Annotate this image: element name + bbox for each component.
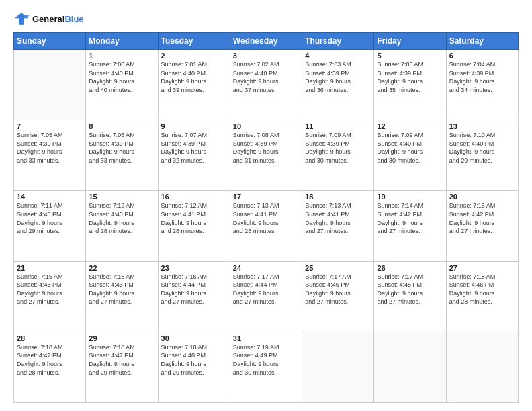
day-number: 4 [305, 52, 371, 60]
day-info: Sunrise: 7:12 AM Sunset: 4:41 PM Dayligh… [161, 201, 227, 235]
day-info: Sunrise: 7:15 AM Sunset: 4:43 PM Dayligh… [17, 273, 83, 306]
calendar-day-header: Wednesday [230, 33, 302, 50]
logo-text: GeneralBlue [32, 14, 84, 24]
day-number: 7 [17, 122, 83, 130]
calendar-day-cell: 16Sunrise: 7:12 AM Sunset: 4:41 PM Dayli… [158, 191, 230, 261]
calendar-week-row: 14Sunrise: 7:11 AM Sunset: 4:40 PM Dayli… [14, 191, 519, 261]
day-number: 3 [233, 52, 299, 60]
calendar-day-cell: 31Sunrise: 7:19 AM Sunset: 4:49 PM Dayli… [230, 332, 302, 402]
calendar-day-cell: 24Sunrise: 7:17 AM Sunset: 4:44 PM Dayli… [230, 261, 302, 332]
calendar-table: SundayMondayTuesdayWednesdayThursdayFrid… [13, 32, 519, 403]
day-number: 15 [89, 193, 154, 201]
day-info: Sunrise: 7:19 AM Sunset: 4:49 PM Dayligh… [233, 343, 299, 377]
calendar-day-cell: 11Sunrise: 7:09 AM Sunset: 4:39 PM Dayli… [302, 120, 374, 191]
day-number: 24 [233, 264, 299, 272]
calendar-day-cell: 27Sunrise: 7:18 AM Sunset: 4:46 PM Dayli… [446, 261, 518, 332]
day-number: 22 [89, 264, 154, 272]
day-info: Sunrise: 7:16 AM Sunset: 4:44 PM Dayligh… [161, 273, 227, 306]
calendar-day-cell: 15Sunrise: 7:12 AM Sunset: 4:40 PM Dayli… [86, 191, 158, 261]
day-info: Sunrise: 7:17 AM Sunset: 4:45 PM Dayligh… [305, 273, 371, 306]
day-number: 29 [89, 334, 154, 342]
day-number: 1 [89, 52, 154, 60]
day-info: Sunrise: 7:16 AM Sunset: 4:43 PM Dayligh… [89, 273, 154, 306]
calendar-day-cell: 8Sunrise: 7:06 AM Sunset: 4:39 PM Daylig… [86, 120, 158, 191]
calendar-day-cell [374, 332, 446, 402]
day-info: Sunrise: 7:07 AM Sunset: 4:39 PM Dayligh… [161, 131, 227, 165]
header: GeneralBlue [13, 11, 519, 27]
day-info: Sunrise: 7:18 AM Sunset: 4:47 PM Dayligh… [89, 343, 154, 377]
day-info: Sunrise: 7:15 AM Sunset: 4:42 PM Dayligh… [449, 201, 515, 235]
calendar-week-row: 1Sunrise: 7:00 AM Sunset: 4:40 PM Daylig… [14, 50, 519, 120]
day-number: 10 [233, 122, 299, 130]
day-info: Sunrise: 7:00 AM Sunset: 4:40 PM Dayligh… [89, 60, 154, 94]
svg-marker-0 [15, 13, 29, 25]
day-number: 11 [305, 122, 371, 130]
calendar-day-header: Monday [86, 33, 158, 50]
day-info: Sunrise: 7:18 AM Sunset: 4:48 PM Dayligh… [161, 343, 227, 377]
calendar-day-cell: 2Sunrise: 7:01 AM Sunset: 4:40 PM Daylig… [158, 50, 230, 120]
day-info: Sunrise: 7:09 AM Sunset: 4:40 PM Dayligh… [377, 131, 443, 165]
day-info: Sunrise: 7:14 AM Sunset: 4:42 PM Dayligh… [377, 201, 443, 235]
day-number: 18 [305, 193, 371, 201]
calendar-day-cell: 4Sunrise: 7:03 AM Sunset: 4:39 PM Daylig… [302, 50, 374, 120]
day-info: Sunrise: 7:17 AM Sunset: 4:44 PM Dayligh… [233, 273, 299, 306]
day-number: 13 [449, 122, 515, 130]
calendar-day-cell: 12Sunrise: 7:09 AM Sunset: 4:40 PM Dayli… [374, 120, 446, 191]
day-number: 17 [233, 193, 299, 201]
day-info: Sunrise: 7:03 AM Sunset: 4:39 PM Dayligh… [305, 60, 371, 94]
calendar-day-cell: 28Sunrise: 7:18 AM Sunset: 4:47 PM Dayli… [14, 332, 86, 402]
day-info: Sunrise: 7:13 AM Sunset: 4:41 PM Dayligh… [305, 201, 371, 235]
calendar-day-cell: 9Sunrise: 7:07 AM Sunset: 4:39 PM Daylig… [158, 120, 230, 191]
calendar-week-row: 7Sunrise: 7:05 AM Sunset: 4:39 PM Daylig… [14, 120, 519, 191]
calendar-day-cell: 7Sunrise: 7:05 AM Sunset: 4:39 PM Daylig… [14, 120, 86, 191]
day-info: Sunrise: 7:06 AM Sunset: 4:39 PM Dayligh… [89, 131, 154, 165]
day-info: Sunrise: 7:05 AM Sunset: 4:39 PM Dayligh… [17, 131, 83, 165]
calendar-day-cell [446, 332, 518, 402]
calendar-day-header: Friday [374, 33, 446, 50]
calendar-day-cell: 26Sunrise: 7:17 AM Sunset: 4:45 PM Dayli… [374, 261, 446, 332]
calendar-day-cell: 29Sunrise: 7:18 AM Sunset: 4:47 PM Dayli… [86, 332, 158, 402]
day-info: Sunrise: 7:13 AM Sunset: 4:41 PM Dayligh… [233, 201, 299, 235]
day-number: 23 [161, 264, 227, 272]
day-info: Sunrise: 7:08 AM Sunset: 4:39 PM Dayligh… [233, 131, 299, 165]
calendar-day-cell [14, 50, 86, 120]
day-number: 2 [161, 52, 227, 60]
calendar-day-cell: 23Sunrise: 7:16 AM Sunset: 4:44 PM Dayli… [158, 261, 230, 332]
day-info: Sunrise: 7:04 AM Sunset: 4:39 PM Dayligh… [449, 60, 515, 94]
calendar-day-cell: 30Sunrise: 7:18 AM Sunset: 4:48 PM Dayli… [158, 332, 230, 402]
day-number: 31 [233, 334, 299, 342]
day-number: 6 [449, 52, 515, 60]
day-info: Sunrise: 7:10 AM Sunset: 4:40 PM Dayligh… [449, 131, 515, 165]
calendar-day-header: Thursday [302, 33, 374, 50]
calendar-day-cell: 19Sunrise: 7:14 AM Sunset: 4:42 PM Dayli… [374, 191, 446, 261]
day-number: 5 [377, 52, 443, 60]
calendar-day-cell: 20Sunrise: 7:15 AM Sunset: 4:42 PM Dayli… [446, 191, 518, 261]
calendar-day-header: Sunday [14, 33, 86, 50]
calendar-day-header: Tuesday [158, 33, 230, 50]
calendar-day-cell: 18Sunrise: 7:13 AM Sunset: 4:41 PM Dayli… [302, 191, 374, 261]
calendar-day-cell: 17Sunrise: 7:13 AM Sunset: 4:41 PM Dayli… [230, 191, 302, 261]
day-info: Sunrise: 7:09 AM Sunset: 4:39 PM Dayligh… [305, 131, 371, 165]
page: GeneralBlue SundayMondayTuesdayWednesday… [0, 0, 532, 411]
calendar-day-cell: 6Sunrise: 7:04 AM Sunset: 4:39 PM Daylig… [446, 50, 518, 120]
calendar-week-row: 28Sunrise: 7:18 AM Sunset: 4:47 PM Dayli… [14, 332, 519, 402]
day-number: 8 [89, 122, 154, 130]
day-info: Sunrise: 7:18 AM Sunset: 4:46 PM Dayligh… [449, 273, 515, 306]
calendar-day-cell: 10Sunrise: 7:08 AM Sunset: 4:39 PM Dayli… [230, 120, 302, 191]
calendar-day-cell: 25Sunrise: 7:17 AM Sunset: 4:45 PM Dayli… [302, 261, 374, 332]
day-number: 21 [17, 264, 83, 272]
calendar-day-cell: 22Sunrise: 7:16 AM Sunset: 4:43 PM Dayli… [86, 261, 158, 332]
logo: GeneralBlue [13, 11, 84, 27]
day-number: 19 [377, 193, 443, 201]
calendar-day-cell [302, 332, 374, 402]
day-info: Sunrise: 7:11 AM Sunset: 4:40 PM Dayligh… [17, 201, 83, 235]
day-info: Sunrise: 7:17 AM Sunset: 4:45 PM Dayligh… [377, 273, 443, 306]
calendar-day-cell: 21Sunrise: 7:15 AM Sunset: 4:43 PM Dayli… [14, 261, 86, 332]
calendar-day-cell: 3Sunrise: 7:02 AM Sunset: 4:40 PM Daylig… [230, 50, 302, 120]
calendar-header-row: SundayMondayTuesdayWednesdayThursdayFrid… [14, 33, 519, 50]
day-info: Sunrise: 7:01 AM Sunset: 4:40 PM Dayligh… [161, 60, 227, 94]
day-number: 9 [161, 122, 227, 130]
calendar-day-cell: 14Sunrise: 7:11 AM Sunset: 4:40 PM Dayli… [14, 191, 86, 261]
day-number: 26 [377, 264, 443, 272]
day-number: 20 [449, 193, 515, 201]
